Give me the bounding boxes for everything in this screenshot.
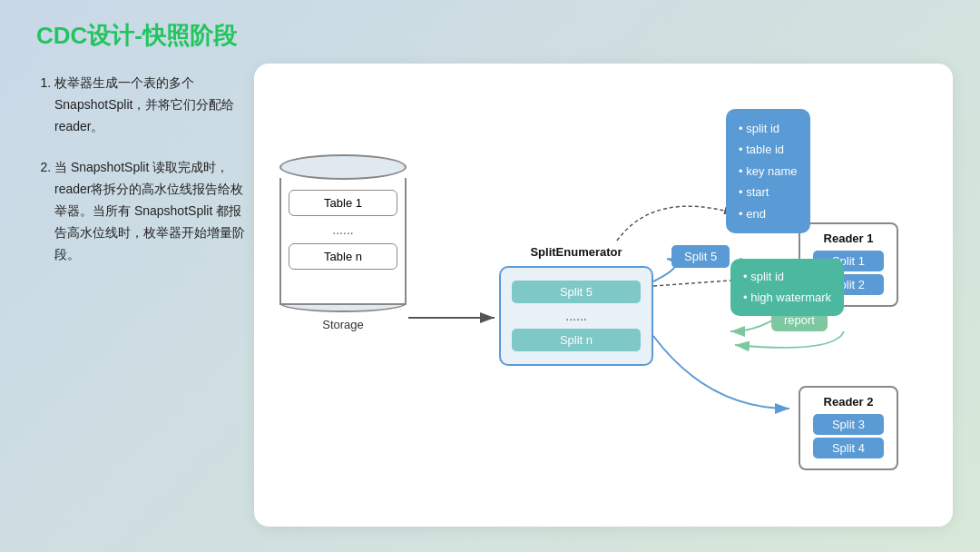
cylinder-top-ellipse [279,154,407,180]
page-title: CDC设计-快照阶段 [36,20,237,52]
reader1-title: Reader 1 [813,232,884,245]
dots-inner: ...... [512,307,641,325]
split-enumerator-box: Split 5 ...... Split n [499,266,653,366]
list-item-1: 枚举器生成一个表的多个 SnapshotSplit，并将它们分配给 reader… [54,73,254,137]
info-teal-item-1: split id [743,266,831,287]
dots-text: ...... [289,221,397,239]
tableN-box: Table n [289,243,397,270]
splitN-inner: Split n [512,329,641,351]
split-enumerator: SplitEnumerator Split 5 ...... Split n [499,241,653,366]
cylinder-body: Table 1 ...... Table n [279,178,407,305]
info-box-blue: split id table id key name start end [726,109,810,233]
info-box-teal: split id high watermark [730,259,844,316]
info-blue-item-2: table id [739,139,798,160]
info-blue-item-1: split id [739,118,798,139]
info-blue-item-4: start [739,182,798,202]
reader2-split1: Split 3 [813,414,884,435]
info-teal-item-2: high watermark [743,287,831,308]
reader2-title: Reader 2 [813,395,884,409]
list-item-2: 当 SnapshotSplit 读取完成时，reader将拆分的高水位线报告给枚… [54,157,254,265]
info-blue-item-3: key name [739,161,798,182]
storage-cylinder: Table 1 ...... Table n Storage [279,154,407,331]
reader2-split2: Split 4 [813,438,884,458]
split5-inner: Split 5 [512,281,641,303]
reader2-container: Reader 2 Split 3 Split 4 [799,386,898,470]
split5-standalone: Split 5 [671,245,730,268]
split-enumerator-title: SplitEnumerator [499,241,653,266]
diagram-area: Table 1 ...... Table n Storage SplitEnum… [254,64,953,527]
info-blue-item-5: end [739,203,798,224]
storage-label: Storage [279,318,407,331]
reader2-box: Reader 2 Split 3 Split 4 [799,386,898,470]
left-panel: 枚举器生成一个表的多个 SnapshotSplit，并将它们分配给 reader… [36,73,254,285]
table1-box: Table 1 [289,190,397,216]
